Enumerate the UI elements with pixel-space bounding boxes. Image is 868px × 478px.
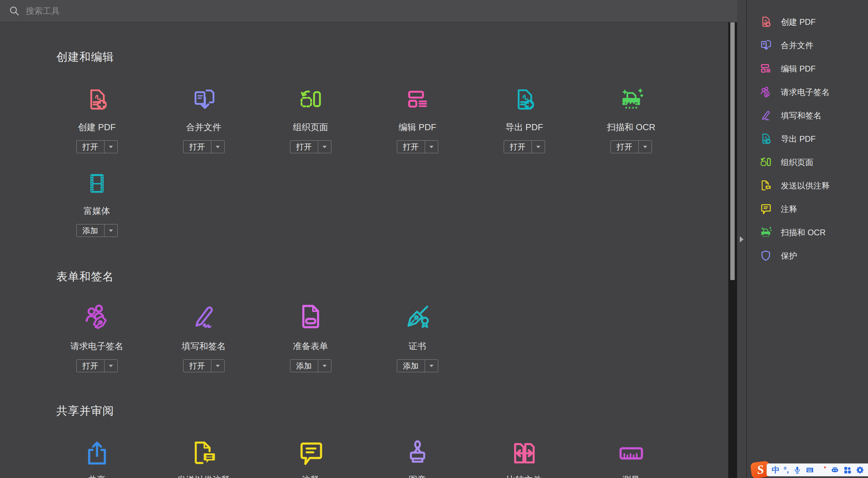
sidebar-item-label: 保护 bbox=[781, 251, 797, 261]
toolbox-icon[interactable] bbox=[843, 466, 852, 474]
fill-sign-dropdown-button[interactable] bbox=[211, 360, 224, 372]
fill-sign-open-split-button: 打开 bbox=[183, 359, 225, 372]
request-signatures-open-split-button: 打开 bbox=[76, 359, 118, 372]
microphone-icon[interactable] bbox=[793, 466, 802, 474]
sidebar-item-edit-pdf[interactable]: 编辑 PDF bbox=[747, 57, 868, 80]
share-icon bbox=[83, 439, 111, 468]
export-pdf-dropdown-button[interactable] bbox=[532, 141, 545, 153]
sidebar-item-label: 组织页面 bbox=[781, 157, 813, 168]
scan-ocr-open-button[interactable]: 打开 bbox=[611, 141, 639, 153]
tool-label: 比较文件 bbox=[507, 474, 542, 478]
prepare-form-add-button[interactable]: 添加 bbox=[290, 360, 318, 372]
create-pdf-icon bbox=[84, 87, 110, 113]
scrollbar-thumb[interactable] bbox=[730, 22, 735, 280]
certificates-add-split-button: 添加 bbox=[397, 359, 438, 372]
search-icon bbox=[9, 5, 20, 16]
shield-icon bbox=[759, 250, 772, 262]
chevron-down-icon bbox=[109, 230, 113, 232]
combine-files-open-button[interactable]: 打开 bbox=[184, 141, 211, 153]
tool-comments: 注释 bbox=[257, 439, 364, 478]
tool-measure: 测量 bbox=[578, 439, 684, 478]
combine-files-icon bbox=[191, 87, 216, 113]
certificates-add-button[interactable]: 添加 bbox=[397, 360, 425, 372]
tool-label: 共享 bbox=[88, 474, 106, 478]
scan-ocr-icon bbox=[619, 87, 644, 113]
tool-label: 富媒体 bbox=[84, 205, 110, 217]
fill-sign-open-button[interactable]: 打开 bbox=[184, 360, 211, 372]
request-signatures-dropdown-button[interactable] bbox=[104, 360, 117, 372]
settings-icon[interactable] bbox=[856, 466, 864, 474]
sidebar-item-send-for-comments[interactable]: 发送以供注释 bbox=[747, 174, 868, 197]
comments-icon bbox=[759, 203, 772, 216]
sidebar-item-label: 合并文件 bbox=[781, 40, 813, 51]
sidebar-item-label: 导出 PDF bbox=[781, 134, 816, 144]
tool-create-pdf: 创建 PDF 打开 bbox=[43, 87, 150, 153]
tool-label: 扫描和 OCR bbox=[607, 121, 655, 133]
export-pdf-open-button[interactable]: 打开 bbox=[504, 141, 532, 153]
keyboard-icon[interactable] bbox=[806, 466, 814, 474]
ime-toolbar: 中 °, bbox=[767, 463, 868, 476]
edit-pdf-icon bbox=[405, 87, 430, 113]
prepare-form-dropdown-button[interactable] bbox=[318, 360, 331, 372]
organize-pages-open-button[interactable]: 打开 bbox=[290, 141, 318, 153]
shortcuts-sidebar: 创建 PDF 合并文件 编辑 PDF 请求电子签名 填写和签名 导出 PDF 组… bbox=[746, 0, 868, 478]
tool-label: 请求电子签名 bbox=[71, 340, 123, 352]
tool-request-signatures: 请求电子签名 打开 bbox=[43, 302, 150, 372]
rich-media-add-split-button: 添加 bbox=[76, 224, 118, 237]
chevron-down-icon bbox=[109, 365, 113, 367]
tool-certificates: 证书 添加 bbox=[364, 302, 471, 372]
sidebar-item-comments[interactable]: 注释 bbox=[747, 197, 868, 221]
fill-sign-icon bbox=[190, 302, 218, 332]
edit-pdf-open-button[interactable]: 打开 bbox=[397, 141, 425, 153]
sidebar-item-request-signatures[interactable]: 请求电子签名 bbox=[747, 80, 868, 104]
create-pdf-open-button[interactable]: 打开 bbox=[77, 141, 104, 153]
scan-ocr-dropdown-button[interactable] bbox=[639, 141, 652, 153]
sidebar-collapse-arrow[interactable] bbox=[740, 236, 744, 242]
tool-row-1: 创建 PDF 打开 合并文件 打开 组织页面 打开 编辑 PDF bbox=[43, 87, 684, 153]
sidebar-item-fill-sign[interactable]: 填写和签名 bbox=[747, 104, 868, 127]
ime-punctuation-button[interactable]: °, bbox=[784, 466, 789, 474]
tool-prepare-form: 准备表单 添加 bbox=[257, 302, 364, 372]
rich-media-add-button[interactable]: 添加 bbox=[77, 224, 104, 237]
organize-pages-dropdown-button[interactable] bbox=[318, 141, 331, 153]
smart-assistant-icon[interactable] bbox=[831, 466, 839, 474]
organize-pages-open-split-button: 打开 bbox=[290, 140, 331, 153]
prepare-form-add-split-button: 添加 bbox=[290, 359, 331, 372]
scan-ocr-icon bbox=[759, 226, 772, 239]
edit-pdf-dropdown-button[interactable] bbox=[425, 141, 438, 153]
send-for-comments-icon bbox=[759, 179, 772, 192]
edit-pdf-icon bbox=[759, 62, 772, 75]
tool-row-4: 共享 发送以供注释 注释 图章 比较文件 测量 bbox=[43, 439, 684, 478]
sidebar-item-protect[interactable]: 保护 bbox=[747, 244, 868, 267]
chevron-down-icon bbox=[429, 146, 433, 148]
tool-label: 编辑 PDF bbox=[399, 121, 436, 133]
acrobat-tools-window: 创建和编辑 创建 PDF 打开 合并文件 打开 组织页面 打开 bbox=[0, 0, 868, 478]
certificates-dropdown-button[interactable] bbox=[425, 360, 438, 372]
tool-fill-sign: 填写和签名 打开 bbox=[150, 302, 257, 372]
sidebar-item-organize-pages[interactable]: 组织页面 bbox=[747, 151, 868, 174]
chevron-down-icon bbox=[323, 146, 327, 148]
combine-files-dropdown-button[interactable] bbox=[211, 141, 224, 153]
tool-stamp: 图章 bbox=[364, 439, 471, 478]
tool-label: 发送以供注释 bbox=[177, 474, 230, 478]
sidebar-item-export-pdf[interactable]: 导出 PDF bbox=[747, 127, 868, 151]
ime-chinese-mode-button[interactable]: 中 bbox=[772, 466, 779, 474]
search-input[interactable] bbox=[26, 6, 229, 16]
skin-icon[interactable] bbox=[818, 466, 827, 474]
rich-media-dropdown-button[interactable] bbox=[104, 224, 117, 237]
sidebar-item-create-pdf[interactable]: 创建 PDF bbox=[747, 10, 868, 34]
tool-send-for-comments: 发送以供注释 bbox=[150, 439, 257, 478]
tool-row-3: 请求电子签名 打开 填写和签名 打开 准备表单 添加 证书 bbox=[43, 302, 471, 372]
vertical-scrollbar[interactable] bbox=[728, 22, 737, 478]
create-pdf-dropdown-button[interactable] bbox=[104, 141, 117, 153]
chevron-down-icon bbox=[643, 146, 647, 148]
export-pdf-open-split-button: 打开 bbox=[504, 140, 545, 153]
create-pdf-icon bbox=[759, 16, 772, 28]
sidebar-item-label: 扫描和 OCR bbox=[781, 227, 826, 238]
sidebar-item-combine-files[interactable]: 合并文件 bbox=[747, 34, 868, 57]
stamp-icon bbox=[403, 439, 432, 468]
sidebar-item-scan-ocr[interactable]: 扫描和 OCR bbox=[747, 221, 868, 244]
request-signatures-open-button[interactable]: 打开 bbox=[77, 360, 104, 372]
fill-sign-icon bbox=[759, 109, 772, 122]
tool-label: 证书 bbox=[409, 340, 426, 352]
